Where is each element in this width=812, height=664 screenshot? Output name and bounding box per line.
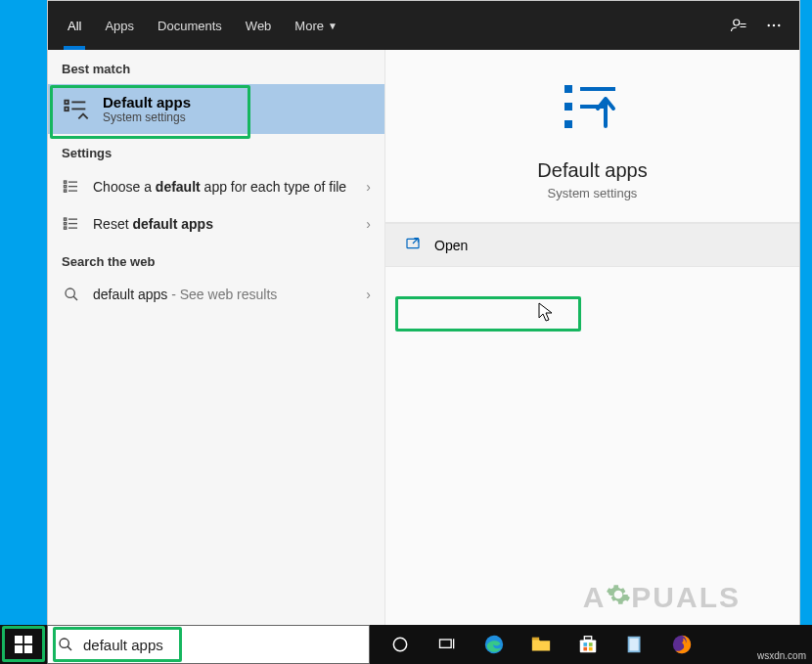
taskbar-search[interactable]: [47, 625, 370, 664]
svg-point-0: [734, 20, 740, 25]
taskbar-icons: [370, 625, 812, 664]
svg-point-3: [778, 24, 780, 26]
action-open[interactable]: Open: [385, 223, 799, 267]
tab-documents[interactable]: Documents: [146, 1, 234, 50]
svg-point-32: [60, 639, 68, 647]
start-button[interactable]: [0, 625, 47, 664]
action-open-label: Open: [434, 238, 468, 253]
svg-rect-42: [589, 642, 593, 646]
search-icon: [48, 637, 83, 652]
result-choose-default-per-filetype[interactable]: Choose a default app for each type of fi…: [48, 168, 384, 205]
cortana-button[interactable]: [378, 625, 423, 664]
svg-rect-24: [564, 103, 572, 111]
list-icon: [62, 215, 81, 233]
svg-rect-28: [15, 636, 23, 643]
svg-rect-29: [24, 636, 32, 643]
taskbar-app-notepad[interactable]: [612, 625, 657, 664]
result-web-default-apps[interactable]: default apps - See web results ›: [48, 277, 384, 312]
svg-point-20: [66, 288, 74, 297]
taskbar-app-edge[interactable]: [472, 625, 517, 664]
tab-web[interactable]: Web: [234, 1, 284, 50]
svg-point-34: [393, 638, 406, 650]
svg-rect-30: [15, 645, 23, 653]
svg-rect-40: [584, 637, 591, 641]
result-default-apps[interactable]: Default apps System settings: [48, 84, 384, 134]
svg-rect-12: [65, 190, 67, 192]
svg-point-1: [768, 24, 770, 26]
more-options-icon[interactable]: [756, 17, 791, 34]
gear-icon: [606, 581, 631, 614]
preview-column: Default apps System settings Open A PUAL…: [385, 50, 799, 626]
section-search-web: Search the web: [48, 243, 384, 277]
chevron-right-icon: ›: [366, 287, 371, 302]
svg-rect-44: [589, 647, 593, 651]
svg-rect-38: [532, 638, 539, 641]
tab-all[interactable]: All: [56, 1, 93, 50]
feedback-icon[interactable]: [721, 17, 756, 34]
tab-more[interactable]: More ▼: [283, 1, 349, 50]
taskbar: [0, 625, 812, 664]
svg-rect-43: [583, 647, 587, 651]
taskbar-app-microsoft-store[interactable]: [565, 625, 610, 664]
svg-rect-6: [65, 107, 68, 111]
svg-rect-18: [65, 227, 67, 229]
preview-subtitle: System settings: [548, 186, 638, 200]
svg-rect-46: [630, 639, 639, 651]
svg-line-33: [68, 646, 71, 650]
section-best-match: Best match: [48, 50, 384, 84]
svg-rect-35: [440, 640, 452, 647]
source-credit: wsxdn.com: [757, 650, 806, 661]
svg-rect-16: [65, 223, 67, 225]
watermark: A PUALS: [583, 581, 741, 614]
search-tabs: All Apps Documents Web More ▼: [48, 1, 799, 50]
section-settings: Settings: [48, 134, 384, 168]
windows-logo-icon: [15, 636, 32, 653]
svg-rect-10: [65, 186, 67, 188]
search-input[interactable]: [83, 626, 369, 663]
cursor-icon: [538, 302, 556, 324]
svg-rect-22: [564, 85, 572, 93]
results-column: Best match Default apps System settings …: [48, 50, 385, 626]
result-label: default apps - See web results: [93, 287, 354, 302]
svg-rect-31: [24, 645, 32, 653]
taskbar-app-file-explorer[interactable]: [519, 625, 564, 664]
svg-line-21: [73, 296, 77, 300]
svg-rect-4: [65, 100, 68, 104]
default-apps-large-icon: [559, 79, 627, 142]
search-icon: [62, 287, 81, 302]
result-subtitle: System settings: [103, 111, 191, 124]
task-view-button[interactable]: [425, 625, 470, 664]
result-label: Reset default apps: [93, 216, 354, 232]
result-title: Default apps: [103, 94, 191, 111]
svg-rect-8: [65, 181, 67, 183]
list-icon: [62, 178, 81, 196]
open-icon: [405, 236, 421, 254]
result-reset-default-apps[interactable]: Reset default apps ›: [48, 205, 384, 243]
settings-list-icon: [62, 95, 91, 124]
chevron-right-icon: ›: [366, 216, 371, 232]
svg-rect-39: [580, 640, 597, 652]
svg-rect-26: [564, 120, 572, 128]
svg-rect-14: [65, 218, 67, 220]
svg-point-2: [773, 24, 775, 26]
result-label: Choose a default app for each type of fi…: [93, 179, 354, 195]
tab-apps[interactable]: Apps: [93, 1, 146, 50]
taskbar-app-firefox[interactable]: [659, 625, 704, 664]
svg-rect-41: [583, 642, 587, 646]
start-search-panel: All Apps Documents Web More ▼ Best match: [47, 0, 800, 627]
preview-title: Default apps: [537, 159, 647, 182]
chevron-right-icon: ›: [366, 179, 371, 195]
tab-more-label: More: [294, 19, 324, 33]
chevron-down-icon: ▼: [328, 21, 338, 31]
preview-header: Default apps System settings: [385, 50, 799, 223]
annotation-highlight: [395, 296, 581, 332]
